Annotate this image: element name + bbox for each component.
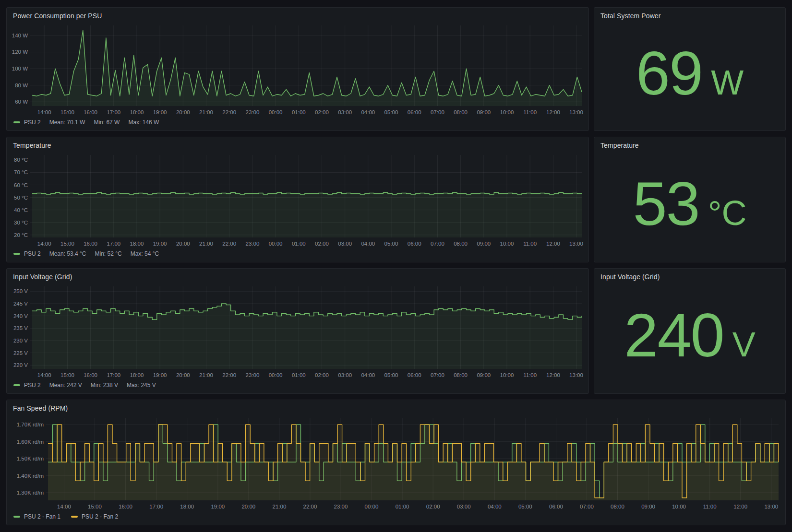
- x-tick-label: 14:00: [57, 504, 71, 509]
- x-tick-label: 07:00: [431, 241, 444, 247]
- x-tick-label: 05:00: [384, 241, 398, 247]
- x-tick-label: 22:00: [303, 504, 317, 509]
- x-tick-label: 03:00: [457, 504, 471, 509]
- power-consumption-per-psu-svg[interactable]: 60 W80 W100 W120 W140 W14:0015:0016:0017…: [10, 22, 585, 118]
- x-tick-label: 18:00: [130, 241, 144, 247]
- legend-series-name: PSU 2: [24, 119, 41, 126]
- panel-input-voltage-stat: Input Voltage (Grid) 240 V: [594, 268, 786, 394]
- x-tick-label: 06:00: [408, 109, 421, 115]
- temperature-chart-plot-area[interactable]: 20 °C30 °C40 °C50 °C60 °C70 °C80 °C14:00…: [10, 151, 585, 249]
- y-tick-label: 60 W: [15, 99, 28, 105]
- y-tick-label: 120 W: [12, 49, 28, 55]
- x-tick-label: 09:00: [641, 504, 655, 509]
- y-tick-label: 1.60K rd/m: [17, 439, 44, 445]
- stat-unit: V: [732, 327, 756, 362]
- x-tick-label: 19:00: [153, 241, 167, 247]
- x-tick-label: 20:00: [176, 109, 190, 115]
- x-tick-label: 08:00: [454, 241, 468, 247]
- x-tick-label: 08:00: [454, 372, 468, 378]
- panel-title-input-voltage-chart[interactable]: Input Voltage (Grid): [7, 269, 588, 282]
- legend-series-name: PSU 2 - Fan 1: [24, 513, 60, 520]
- x-tick-label: 23:00: [246, 241, 260, 247]
- y-tick-label: 1.70K rd/m: [17, 422, 44, 427]
- dashboard-row-3: Input Voltage (Grid) 220 V225 V230 V235 …: [6, 268, 786, 394]
- x-tick-label: 07:00: [431, 372, 444, 378]
- y-tick-label: 30 °C: [14, 220, 28, 225]
- series-area-psu-2: [32, 30, 582, 106]
- x-tick-label: 11:00: [703, 504, 717, 509]
- series-group: [32, 304, 582, 369]
- x-tick-label: 03:00: [338, 372, 352, 378]
- x-tick-label: 19:00: [153, 109, 167, 115]
- x-tick-label: 21:00: [199, 372, 213, 378]
- legend-item-psu-2[interactable]: PSU 2Mean: 242 VMin: 238 VMax: 245 V: [13, 382, 156, 389]
- y-tick-label: 60 °C: [14, 182, 28, 188]
- x-tick-label: 12:00: [733, 504, 747, 509]
- x-tick-label: 08:00: [611, 504, 624, 509]
- total-system-power-value: 69 W: [594, 19, 785, 130]
- power-chart-plot-area[interactable]: 60 W80 W100 W120 W140 W14:0015:0016:0017…: [10, 22, 585, 118]
- x-tick-label: 14:00: [37, 372, 51, 378]
- x-tick-label: 17:00: [149, 504, 163, 509]
- x-tick-label: 20:00: [176, 241, 190, 247]
- panel-input-voltage-chart: Input Voltage (Grid) 220 V225 V230 V235 …: [6, 268, 589, 394]
- temperature-svg[interactable]: 20 °C30 °C40 °C50 °C60 °C70 °C80 °C14:00…: [10, 151, 585, 249]
- stat-number: 53: [633, 172, 699, 236]
- power-chart-legend: PSU 2Mean: 70.1 WMin: 67 WMax: 146 W: [7, 118, 588, 130]
- stat-unit: W: [711, 65, 744, 100]
- panel-title-temperature-chart[interactable]: Temperature: [7, 137, 588, 151]
- x-tick-label: 01:00: [292, 109, 306, 115]
- panel-temperature-stat: Temperature 53 °C: [594, 137, 786, 262]
- legend-item-psu-2-fan-1[interactable]: PSU 2 - Fan 1: [13, 513, 60, 520]
- input-voltage-chart-legend: PSU 2Mean: 242 VMin: 238 VMax: 245 V: [7, 380, 588, 393]
- fan-speed-rpm-svg[interactable]: 1.30K rd/m1.40K rd/m1.50K rd/m1.60K rd/m…: [10, 414, 781, 512]
- x-tick-label: 10:00: [500, 109, 514, 115]
- panel-power-consumption-chart: Power Consumption per PSU 60 W80 W100 W1…: [6, 7, 589, 131]
- panel-title-fan-speed-chart[interactable]: Fan Speed (RPM): [7, 400, 785, 414]
- legend-series-marker: [13, 253, 20, 255]
- legend-series-name: PSU 2: [24, 250, 41, 257]
- x-tick-label: 02:00: [426, 504, 440, 509]
- y-tick-label: 80 W: [15, 83, 28, 88]
- dashboard-row-1: Power Consumption per PSU 60 W80 W100 W1…: [6, 7, 786, 131]
- x-tick-label: 18:00: [130, 372, 144, 378]
- x-tick-label: 16:00: [84, 109, 97, 115]
- x-tick-label: 02:00: [315, 372, 329, 378]
- x-tick-label: 06:00: [408, 372, 421, 378]
- legend-series-name: PSU 2 - Fan 2: [82, 513, 118, 520]
- legend-series-stat: Mean: 53.4 °C: [49, 250, 86, 257]
- x-tick-label: 18:00: [130, 109, 144, 115]
- x-tick-label: 06:00: [408, 241, 421, 247]
- x-tick-label: 06:00: [549, 504, 563, 509]
- temperature-value: 53 °C: [594, 149, 785, 262]
- legend-series-marker: [13, 384, 20, 386]
- series-group: [32, 192, 582, 237]
- legend-item-psu-2-fan-2[interactable]: PSU 2 - Fan 2: [71, 513, 118, 520]
- x-tick-label: 15:00: [60, 372, 74, 378]
- x-tick-label: 21:00: [199, 109, 213, 115]
- x-tick-label: 13:00: [569, 372, 583, 378]
- y-tick-label: 1.40K rd/m: [17, 473, 44, 479]
- x-tick-label: 09:00: [477, 109, 491, 115]
- panel-fan-speed-chart: Fan Speed (RPM) 1.30K rd/m1.40K rd/m1.50…: [6, 400, 786, 525]
- legend-series-stat: Max: 245 V: [127, 382, 156, 389]
- x-tick-label: 14:00: [37, 109, 51, 115]
- x-tick-label: 12:00: [546, 372, 560, 378]
- x-tick-label: 02:00: [315, 109, 329, 115]
- x-tick-label: 00:00: [269, 109, 283, 115]
- legend-item-psu-2[interactable]: PSU 2Mean: 53.4 °CMin: 52 °CMax: 54 °C: [13, 250, 159, 257]
- input-voltage-grid-svg[interactable]: 220 V225 V230 V235 V240 V245 V250 V14:00…: [10, 283, 585, 380]
- fan-speed-chart-plot-area[interactable]: 1.30K rd/m1.40K rd/m1.50K rd/m1.60K rd/m…: [10, 414, 781, 512]
- panel-temperature-chart: Temperature 20 °C30 °C40 °C50 °C60 °C70 …: [6, 137, 589, 262]
- legend-item-psu-2[interactable]: PSU 2Mean: 70.1 WMin: 67 WMax: 146 W: [13, 119, 159, 126]
- y-tick-label: 20 °C: [14, 232, 28, 238]
- panel-title-power-chart[interactable]: Power Consumption per PSU: [7, 8, 588, 21]
- x-tick-label: 04:00: [361, 372, 375, 378]
- dashboard-row-2: Temperature 20 °C30 °C40 °C50 °C60 °C70 …: [6, 137, 786, 262]
- input-voltage-chart-plot-area[interactable]: 220 V225 V230 V235 V240 V245 V250 V14:00…: [10, 283, 585, 380]
- x-tick-label: 08:00: [454, 109, 468, 115]
- legend-series-marker: [13, 516, 20, 518]
- series-area-psu-2: [32, 192, 582, 237]
- legend-series-stat: Min: 238 V: [91, 382, 118, 389]
- x-tick-label: 11:00: [523, 109, 537, 115]
